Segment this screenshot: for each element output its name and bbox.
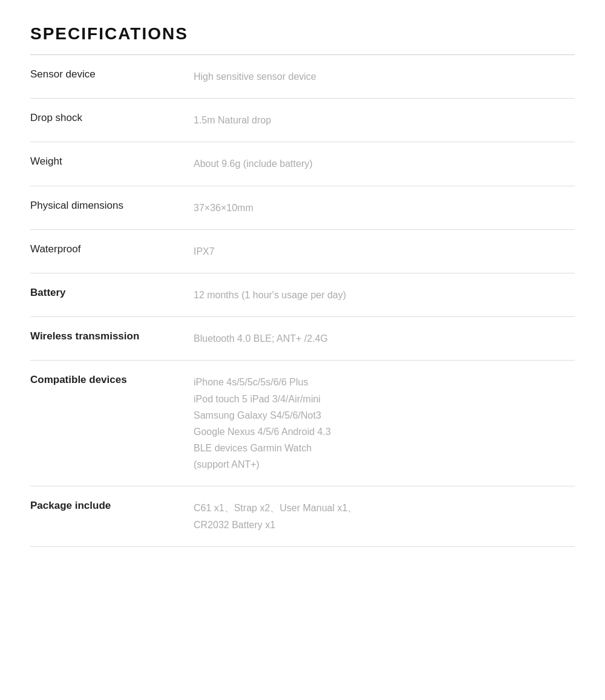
spec-value: IPX7	[194, 229, 575, 273]
spec-value: 12 months (1 hour's usage per day)	[194, 273, 575, 316]
spec-label: Package include	[30, 486, 194, 546]
table-row: Battery12 months (1 hour's usage per day…	[30, 273, 575, 316]
spec-value: Bluetooth 4.0 BLE; ANT+ /2.4G	[194, 317, 575, 361]
spec-value: iPhone 4s/5/5c/5s/6/6 PlusiPod touch 5 i…	[194, 361, 575, 486]
spec-label: Battery	[30, 273, 194, 316]
table-row: WeightAbout 9.6g (include battery)	[30, 142, 575, 186]
spec-value: C61 x1、Strap x2、User Manual x1、CR2032 Ba…	[194, 486, 575, 546]
spec-label: Drop shock	[30, 99, 194, 142]
spec-label: Waterproof	[30, 229, 194, 273]
spec-label: Weight	[30, 142, 194, 186]
table-row: WaterproofIPX7	[30, 229, 575, 273]
table-row: Package includeC61 x1、Strap x2、User Manu…	[30, 486, 575, 546]
spec-value: High sensitive sensor device	[194, 55, 575, 99]
spec-table: Sensor deviceHigh sensitive sensor devic…	[30, 55, 575, 547]
spec-label: Physical dimensions	[30, 186, 194, 229]
table-row: Physical dimensions37×36×10mm	[30, 186, 575, 229]
spec-label: Wireless transmission	[30, 317, 194, 361]
page-title: SPECIFICATIONS	[30, 24, 575, 44]
spec-value: 1.5m Natural drop	[194, 99, 575, 142]
spec-label: Compatible devices	[30, 361, 194, 486]
spec-value: 37×36×10mm	[194, 186, 575, 229]
table-row: Wireless transmissionBluetooth 4.0 BLE; …	[30, 317, 575, 361]
table-row: Compatible devicesiPhone 4s/5/5c/5s/6/6 …	[30, 361, 575, 486]
table-row: Drop shock1.5m Natural drop	[30, 99, 575, 142]
spec-label: Sensor device	[30, 55, 194, 99]
table-row: Sensor deviceHigh sensitive sensor devic…	[30, 55, 575, 99]
spec-value: About 9.6g (include battery)	[194, 142, 575, 186]
